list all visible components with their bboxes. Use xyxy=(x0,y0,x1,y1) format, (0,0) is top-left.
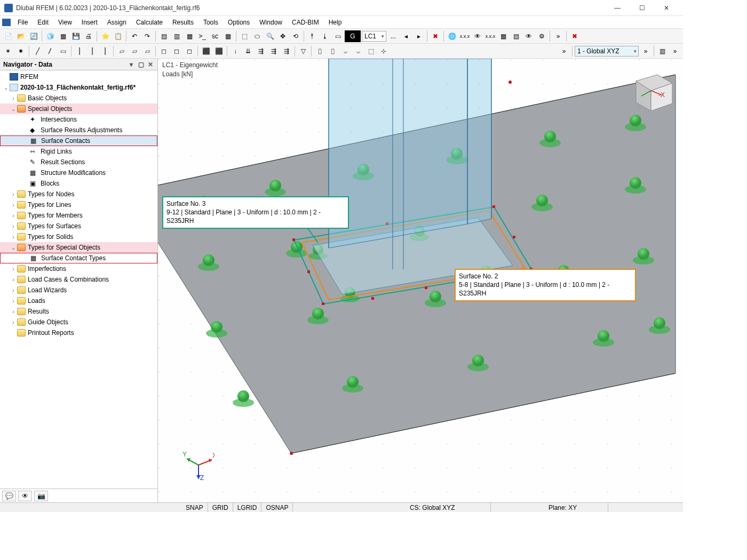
view2-icon[interactable]: ▥ xyxy=(171,30,182,42)
table-icon[interactable]: ▦ xyxy=(222,30,234,42)
tree-intersections[interactable]: ✦Intersections xyxy=(0,114,157,125)
opening3-icon[interactable]: ◻ xyxy=(184,45,195,57)
member3-icon[interactable]: ⎮ xyxy=(99,45,111,57)
tree-root[interactable]: RFEM xyxy=(0,71,157,82)
menu-tools[interactable]: Tools xyxy=(198,17,223,28)
tree-imperfections[interactable]: ›Imperfections xyxy=(0,263,157,274)
tree-result-sections[interactable]: ✎Result Sections xyxy=(0,157,157,167)
surface2-icon[interactable]: ▱ xyxy=(129,45,140,57)
tree-load-wizards[interactable]: ›Load Wizards xyxy=(0,285,157,295)
refresh-icon[interactable]: 🔄 xyxy=(28,30,39,42)
menu-insert[interactable]: Insert xyxy=(77,17,102,28)
load4-icon[interactable]: ⇶ xyxy=(268,45,280,57)
lc-combo[interactable]: LC1 xyxy=(362,31,386,42)
rotate-icon[interactable]: ⟲ xyxy=(290,30,301,42)
member2-icon[interactable]: ⎮ xyxy=(86,45,98,57)
menu-view[interactable]: View xyxy=(53,17,77,28)
nav-camera-icon[interactable]: 📷 xyxy=(34,491,48,501)
rect-icon[interactable]: ▭ xyxy=(57,45,69,57)
load3-icon[interactable]: ⇶ xyxy=(255,45,267,57)
surface-icon[interactable]: ▱ xyxy=(116,45,128,57)
render-icon[interactable]: ▤ xyxy=(510,30,522,42)
overflow3-icon[interactable]: » xyxy=(640,45,651,57)
tree-types-surfaces[interactable]: ›Types for Surfaces xyxy=(0,221,157,231)
tree-results[interactable]: ›Results xyxy=(0,306,157,317)
flag-red-icon[interactable]: ✖ xyxy=(430,30,441,42)
undo-icon[interactable]: ↶ xyxy=(129,30,140,42)
save-icon[interactable]: 💾 xyxy=(70,30,82,42)
nav-eye-icon[interactable]: 👁 xyxy=(18,491,32,501)
menu-edit[interactable]: Edit xyxy=(33,17,53,28)
tree-file[interactable]: ⌄2020-10-13_Flächenkontakt_fertig.rf6* xyxy=(0,82,157,93)
menu-assign[interactable]: Assign xyxy=(102,17,131,28)
redo-icon[interactable]: ↷ xyxy=(141,30,153,42)
node-icon[interactable]: ✶ xyxy=(2,45,14,57)
layer-icon[interactable]: ▥ xyxy=(656,45,668,57)
view3-icon[interactable]: ▦ xyxy=(184,30,195,42)
load-icon[interactable]: ↓ xyxy=(229,45,241,57)
tree-types-solids[interactable]: ›Types for Solids xyxy=(0,231,157,242)
overflow4-icon[interactable]: » xyxy=(669,45,681,57)
menu-file[interactable]: File xyxy=(13,17,33,28)
globe-icon[interactable]: 🌐 xyxy=(446,30,458,42)
viewport-3d[interactable]: LC1 - Eigengewicht Loads [kN] xyxy=(158,59,683,502)
cube-icon[interactable]: ⬚ xyxy=(365,45,377,57)
line-icon[interactable]: ╱ xyxy=(31,45,43,57)
print-icon[interactable]: 🖨 xyxy=(83,30,94,42)
maximize-button[interactable]: ☐ xyxy=(630,1,654,15)
nav-pin-icon[interactable]: ▢ xyxy=(137,61,145,68)
lasso-icon[interactable]: ⬭ xyxy=(251,30,263,42)
block-icon[interactable]: ▦ xyxy=(57,30,69,42)
load2-icon[interactable]: ⇊ xyxy=(242,45,254,57)
tree-sra[interactable]: ◆Surface Results Adjustments xyxy=(0,125,157,135)
delete-icon[interactable]: ✖ xyxy=(569,30,581,42)
vis-settings-icon[interactable]: ⚙ xyxy=(536,30,547,42)
tree-types-special[interactable]: ⌄Types for Special Objects xyxy=(0,242,157,253)
tree-surface-contacts[interactable]: ▦Surface Contacts xyxy=(0,135,157,146)
nav-comment-icon[interactable]: 💬 xyxy=(2,491,16,501)
status-lgrid[interactable]: LGRID xyxy=(233,503,262,512)
dim-xxx2-icon[interactable]: x.x.x xyxy=(484,30,496,42)
tree-printout[interactable]: Printout Reports xyxy=(0,327,157,338)
align-top-icon[interactable]: ⭱ xyxy=(306,30,318,42)
nav-close-icon[interactable]: ✕ xyxy=(147,61,154,68)
opening-icon[interactable]: ◻ xyxy=(158,45,170,57)
pan-icon[interactable]: ✥ xyxy=(277,30,289,42)
tree-lcc[interactable]: ›Load Cases & Combinations xyxy=(0,274,157,285)
tree-special-objects[interactable]: ⌄Special Objects xyxy=(0,103,157,114)
load5-icon[interactable]: ⇶ xyxy=(281,45,292,57)
opening2-icon[interactable]: ◻ xyxy=(171,45,182,57)
tree-basic-objects[interactable]: ›Basic Objects xyxy=(0,93,157,103)
tree-types-nodes[interactable]: ›Types for Nodes xyxy=(0,189,157,199)
solid-icon[interactable]: ⬛ xyxy=(200,45,212,57)
axes-icon[interactable]: ⊹ xyxy=(378,45,390,57)
lc-prev-icon[interactable]: ◂ xyxy=(400,30,412,42)
status-grid[interactable]: GRID xyxy=(208,503,233,512)
menu-calculate[interactable]: Calculate xyxy=(131,17,168,28)
section3-icon[interactable]: ⌵ xyxy=(339,45,351,57)
open-icon[interactable]: 📂 xyxy=(15,30,27,42)
polyline-icon[interactable]: 〳 xyxy=(44,45,56,57)
overflow-icon[interactable]: » xyxy=(552,30,564,42)
console-icon[interactable]: >_ xyxy=(196,30,208,42)
section1-icon[interactable]: ⌷ xyxy=(314,45,325,57)
lc-dots-button[interactable]: ... xyxy=(387,30,399,42)
surface3-icon[interactable]: ▱ xyxy=(141,45,153,57)
cs-combo[interactable]: 1 - Global XYZ xyxy=(575,46,639,57)
select-icon[interactable]: ⬚ xyxy=(239,30,250,42)
solid2-icon[interactable]: ⬛ xyxy=(213,45,225,57)
eye-icon[interactable]: 👁 xyxy=(472,30,483,42)
member-icon[interactable]: ⎮ xyxy=(74,45,85,57)
tree-rigid-links[interactable]: ⇿Rigid Links xyxy=(0,146,157,157)
tree-guide-objects[interactable]: ›Guide Objects xyxy=(0,317,157,327)
model-icon[interactable]: 🧊 xyxy=(44,30,56,42)
overflow2-icon[interactable]: » xyxy=(558,45,570,57)
tree-types-lines[interactable]: ›Types for Lines xyxy=(0,199,157,210)
zoom-icon[interactable]: 🔍 xyxy=(264,30,276,42)
filter-icon[interactable]: ▽ xyxy=(297,45,309,57)
dim-xxx-icon[interactable]: x.x.x xyxy=(459,30,471,42)
tree-struct-mod[interactable]: ▦Structure Modifications xyxy=(0,167,157,178)
lc-badge[interactable]: G xyxy=(345,30,361,42)
tree-types-members[interactable]: ›Types for Members xyxy=(0,210,157,221)
menu-options[interactable]: Options xyxy=(223,17,255,28)
